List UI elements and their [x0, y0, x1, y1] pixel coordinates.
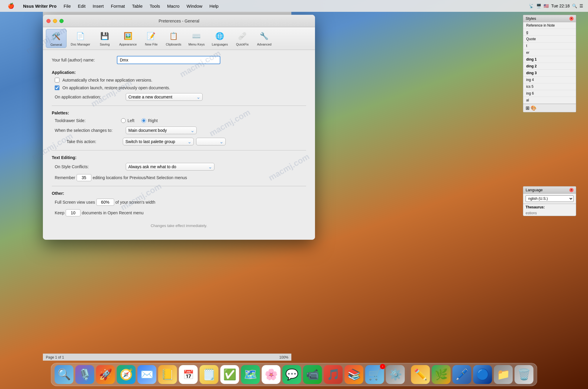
style-item-er[interactable]: er — [523, 49, 576, 56]
dock-system-prefs[interactable]: ⚙️ — [386, 365, 405, 384]
checkbox-auto-check-row: Automatically check for new application … — [52, 78, 306, 82]
style-item-heading3[interactable]: ding 3 — [523, 70, 576, 77]
action-select[interactable]: Switch to last palette group Do nothing … — [123, 138, 194, 145]
tab-clipboards[interactable]: 📋 Clipboards — [163, 29, 184, 48]
app-name-menu[interactable]: Nsus Writer Pro — [20, 2, 59, 10]
style-item-al[interactable]: al — [523, 97, 576, 104]
search-icon[interactable]: 🔍 — [572, 4, 577, 8]
remember-input[interactable] — [77, 174, 91, 181]
styles-icon1[interactable]: ⊞ — [526, 105, 529, 111]
atext-icon: 🔵 — [476, 368, 489, 381]
control-center-icon[interactable]: ☰ — [579, 4, 583, 8]
dock-photos[interactable]: 🌸 — [262, 365, 281, 384]
dock-siri[interactable]: 🎙️ — [75, 365, 94, 384]
dock-mail[interactable]: ✉️ — [138, 365, 156, 384]
tab-languages[interactable]: 🌐 Languages — [209, 29, 231, 48]
dock-calendar[interactable]: 📅 — [179, 365, 198, 384]
language-panel-close-button[interactable]: × — [569, 188, 574, 192]
table-menu[interactable]: Table — [129, 2, 146, 10]
dock-stickies[interactable]: 🗒️ — [200, 365, 219, 384]
siri-icon: 🎙️ — [78, 368, 91, 381]
dock-safari[interactable]: 🧭 — [117, 365, 136, 384]
appearance-icon: 🖼️ — [122, 30, 134, 42]
action-extra-select[interactable] — [196, 138, 226, 145]
divider2 — [52, 150, 306, 150]
auto-check-label[interactable]: Automatically check for new application … — [62, 78, 152, 82]
style-item-heading1[interactable]: ding 1 — [523, 56, 576, 63]
dock-messages[interactable]: 💬 — [282, 365, 301, 384]
tab-general[interactable]: 🛠️ General — [46, 29, 67, 48]
dock-maps[interactable]: 🗺️ — [241, 365, 260, 384]
radio-right-label[interactable]: Right — [148, 118, 158, 123]
saving-icon: 💾 — [99, 30, 111, 42]
dock-atext[interactable]: 🔵 — [473, 365, 492, 384]
maps-icon: 🗺️ — [244, 368, 257, 381]
close-button[interactable] — [46, 19, 51, 23]
apple-menu[interactable]: 🍎 — [5, 1, 17, 10]
insert-menu[interactable]: Insert — [90, 2, 107, 10]
radio-left-option[interactable]: Left — [121, 118, 134, 123]
window-menu[interactable]: Window — [184, 2, 205, 10]
style-conflicts-select[interactable]: Always ask me what to do Use document st… — [126, 163, 214, 171]
style-item-t[interactable]: t — [523, 43, 576, 49]
file-menu[interactable]: File — [61, 2, 74, 10]
mango-icon: 🌿 — [434, 368, 448, 381]
display-icon[interactable]: 🖥️ — [536, 4, 541, 8]
fullscreen-input[interactable] — [96, 199, 114, 206]
tab-saving[interactable]: 💾 Saving — [94, 29, 115, 48]
edit-menu[interactable]: Edit — [75, 2, 88, 10]
style-item-heading6[interactable]: ing 6 — [523, 90, 576, 97]
macro-menu[interactable]: Macro — [164, 2, 182, 10]
restore-docs-checkbox[interactable] — [55, 85, 59, 90]
maximize-button[interactable] — [59, 19, 64, 23]
dock-reminders[interactable]: ✅ — [220, 365, 239, 384]
airplay-icon[interactable]: 📡 — [529, 4, 534, 8]
help-menu[interactable]: Help — [206, 2, 222, 10]
activation-select[interactable]: Create a new document Open existing docu… — [126, 93, 203, 101]
tab-new-file[interactable]: 📝 New File — [141, 29, 161, 48]
dock-appstore[interactable]: 🛒 ! — [365, 365, 384, 384]
keep-input[interactable] — [66, 209, 80, 216]
tools-menu[interactable]: Tools — [147, 2, 163, 10]
dock-music[interactable]: 🎵 — [324, 365, 343, 384]
dock-file-manager[interactable]: 📁 — [494, 365, 513, 384]
style-item-reference[interactable]: Reference in Note — [523, 22, 576, 29]
author-input[interactable] — [117, 56, 220, 64]
tab-quickfix[interactable]: 🩹 QuickFix — [232, 29, 253, 48]
dock-launchpad[interactable]: 🚀 — [96, 365, 115, 384]
dock-mango[interactable]: 🌿 — [432, 365, 451, 384]
restore-docs-label[interactable]: On application launch, restore previousl… — [62, 85, 170, 90]
radio-left[interactable] — [121, 118, 126, 123]
style-item-heading4[interactable]: ing 4 — [523, 77, 576, 83]
style-item-g[interactable]: g — [523, 29, 576, 36]
dock-notefile[interactable]: 📒 — [158, 365, 177, 384]
selection-select[interactable]: Main document body Header Footer Footnot… — [126, 127, 197, 134]
dock-facetime[interactable]: 📹 — [303, 365, 322, 384]
other-section-header: Other: — [52, 191, 306, 196]
tab-menu-keys[interactable]: ⌨️ Menu Keys — [185, 29, 208, 48]
style-item-quote[interactable]: Quote — [523, 36, 576, 43]
tab-appearance[interactable]: 🖼️ Appearance — [116, 29, 140, 48]
radio-right-option[interactable]: Right — [141, 118, 158, 123]
minimize-button[interactable] — [53, 19, 57, 23]
dock-nsus-writer[interactable]: 🖊️ — [453, 365, 471, 384]
author-row: Your full (author) name: — [52, 56, 306, 64]
style-item-heading2[interactable]: ding 2 — [523, 63, 576, 70]
radio-left-label[interactable]: Left — [127, 118, 134, 123]
tab-advanced-label: Advanced — [257, 43, 272, 46]
format-menu[interactable]: Format — [108, 2, 128, 10]
dock-finder[interactable]: 🔍 — [55, 365, 74, 384]
tab-advanced[interactable]: 🔧 Advanced — [254, 29, 274, 48]
auto-check-checkbox[interactable] — [55, 78, 59, 82]
flag-icon[interactable]: 🇺🇸 — [544, 4, 549, 8]
language-select[interactable]: nglish (U.S.) — [526, 195, 574, 202]
style-item-heading5[interactable]: ics 5 — [523, 83, 576, 90]
radio-right[interactable] — [141, 118, 146, 123]
dock-sketch[interactable]: ✏️ — [411, 365, 430, 384]
tab-doc-manager[interactable]: 📄 Doc Manager — [68, 29, 93, 48]
dock-trash[interactable]: 🗑️ — [515, 365, 534, 384]
styles-panel-close-button[interactable]: × — [569, 17, 574, 21]
selection-row: When the selection changes to: Main docu… — [52, 127, 306, 134]
dock-books[interactable]: 📚 — [345, 365, 364, 384]
styles-icon2[interactable]: 🎨 — [531, 105, 537, 111]
